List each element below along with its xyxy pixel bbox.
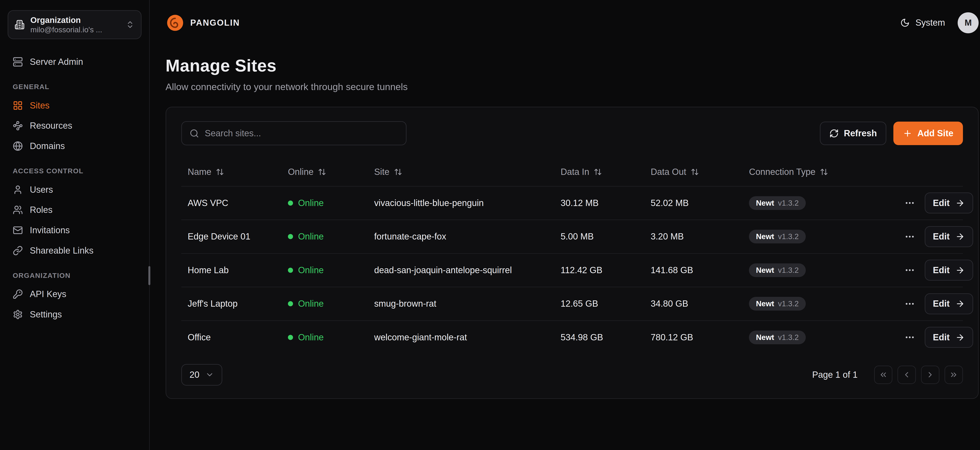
org-selector[interactable]: Organization milo@fossorial.io's ... [8,10,142,39]
cell-data-out: 141.68 GB [644,265,743,275]
organization-icon [14,20,25,30]
cell-data-out: 3.20 MB [644,231,743,242]
sort-icon [318,168,326,176]
users-icon [13,205,23,215]
connection-type-badge: Newt v1.3.2 [749,263,805,277]
row-menu-button[interactable] [904,332,915,343]
topbar-right: System M [900,12,978,33]
sort-icon [820,168,828,176]
search-input[interactable] [205,128,398,138]
sidebar-item-shareable-links[interactable]: Shareable Links [8,241,142,261]
sidebar-item-users[interactable]: Users [8,179,142,200]
cell-connection-type: Newt v1.3.2 [743,297,898,311]
column-header-site[interactable]: Site [368,167,554,177]
table-footer: 20 Page 1 of 1 [181,364,963,385]
sidebar-item-resources[interactable]: Resources [8,116,142,136]
sidebar-item-settings[interactable]: Settings [8,304,142,325]
sidebar-resize-handle[interactable] [148,266,150,285]
add-site-button[interactable]: Add Site [893,122,963,145]
edit-button[interactable]: Edit [925,260,973,280]
column-label: Online [288,167,313,177]
client-name: Newt [756,199,774,208]
sidebar-item-label: Shareable Links [30,246,94,256]
page-size-select[interactable]: 20 [181,364,222,385]
avatar[interactable]: M [958,12,978,33]
table-body: AWS VPC Online vivacious-little-blue-pen… [181,186,963,354]
previous-page-button[interactable] [897,366,916,384]
sidebar-item-label: Server Admin [30,57,83,67]
theme-label: System [915,17,945,28]
main-content: PANGOLIN System M Manage Sites Allow con… [150,0,980,450]
sidebar-item-label: Roles [30,205,52,215]
edit-button[interactable]: Edit [925,226,973,247]
toolbar-actions: Refresh Add Site [820,122,963,145]
brand[interactable]: PANGOLIN [165,13,240,32]
ellipsis-icon [904,332,915,343]
column-header-connection-type[interactable]: Connection Type [743,167,898,177]
row-menu-button[interactable] [904,198,915,208]
refresh-label: Refresh [844,128,877,138]
cell-connection-type: Newt v1.3.2 [743,331,898,344]
cell-actions: Edit [898,226,974,247]
server-icon [13,57,23,67]
next-page-button[interactable] [921,366,939,384]
first-page-button[interactable] [874,366,892,384]
chevron-left-icon [902,370,911,379]
edit-button[interactable]: Edit [925,327,973,348]
add-site-label: Add Site [917,128,953,138]
arrow-right-icon [955,198,965,208]
online-label: Online [298,198,324,208]
sidebar-item-label: Sites [30,100,49,111]
org-title: Organization [30,15,120,25]
sidebar-item-sites[interactable]: Sites [8,95,142,116]
sidebar-item-api-keys[interactable]: API Keys [8,284,142,304]
column-header-data-in[interactable]: Data In [554,167,644,177]
connection-type-badge: Newt v1.3.2 [749,196,805,210]
cell-connection-type: Newt v1.3.2 [743,230,898,243]
column-header-data-out[interactable]: Data Out [644,167,743,177]
last-page-button[interactable] [945,366,963,384]
table-row: Office Online welcome-giant-mole-rat 534… [181,320,963,354]
link-icon [13,246,23,256]
connection-type-badge: Newt v1.3.2 [749,297,805,311]
sidebar-item-label: Domains [30,141,65,151]
cell-actions: Edit [898,293,974,314]
cell-data-in: 112.42 GB [554,265,644,275]
edit-label: Edit [933,265,950,275]
edit-label: Edit [933,332,950,342]
arrow-right-icon [955,232,965,241]
edit-button[interactable]: Edit [925,192,973,214]
sidebar-item-roles[interactable]: Roles [8,200,142,220]
globe-icon [13,141,23,151]
online-label: Online [298,299,324,309]
cell-online-status: Online [282,198,368,208]
sidebar-nav: Server Admin GENERAL Sites Resources Dom… [8,52,142,325]
cell-actions: Edit [898,192,974,214]
online-dot-icon [288,201,293,206]
column-header-online[interactable]: Online [282,167,368,177]
cell-data-out: 34.80 GB [644,299,743,309]
row-menu-button[interactable] [904,231,915,242]
row-menu-button[interactable] [904,265,915,276]
cell-data-in: 12.65 GB [554,299,644,309]
ellipsis-icon [904,231,915,242]
cell-online-status: Online [282,265,368,275]
sidebar-item-invitations[interactable]: Invitations [8,220,142,241]
page-indicator: Page 1 of 1 [812,370,858,380]
sidebar-item-label: Settings [30,309,62,320]
client-name: Newt [756,299,774,308]
sidebar-item-server-admin[interactable]: Server Admin [8,52,142,72]
section-heading-access-control: ACCESS CONTROL [13,167,137,175]
theme-toggle[interactable]: System [900,17,945,28]
chevron-right-icon [926,370,934,379]
table-row: Edge Device 01 Online fortunate-cape-fox… [181,220,963,253]
client-name: Newt [756,266,774,274]
sidebar-item-domains[interactable]: Domains [8,136,142,156]
row-menu-button[interactable] [904,298,915,309]
cell-site: fortunate-cape-fox [368,231,554,242]
column-label: Name [188,167,212,177]
refresh-button[interactable]: Refresh [820,122,886,145]
column-header-name[interactable]: Name [181,167,282,177]
edit-button[interactable]: Edit [925,293,973,314]
edit-label: Edit [933,198,950,208]
